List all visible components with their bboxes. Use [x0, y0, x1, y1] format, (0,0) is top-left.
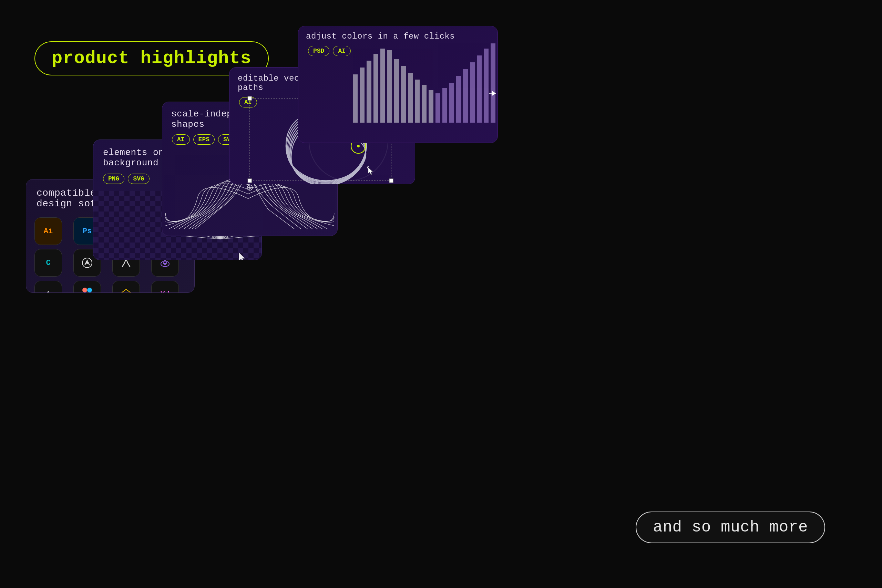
svg-rect-51 [248, 96, 252, 100]
and-more-badge: and so much more [636, 512, 825, 543]
svg-rect-63 [367, 61, 371, 123]
sketch-icon [120, 288, 133, 293]
psd-badge: PSD [308, 46, 329, 56]
xd-label: Xd [160, 290, 170, 293]
svg-rect-80 [484, 49, 489, 123]
ai-label: Ai [44, 227, 53, 236]
svg-rect-75 [449, 83, 454, 123]
svg-rect-62 [360, 68, 364, 123]
gravit-icon [42, 288, 55, 293]
svg-rect-65 [380, 49, 385, 123]
card-adjust: adjust colors in a few clicks PSD AI [298, 26, 498, 143]
svg-marker-46 [239, 253, 244, 260]
app-icon-ai: Ai [34, 218, 62, 245]
canva-label: C [46, 259, 50, 267]
svg-rect-12 [82, 292, 87, 293]
svg-point-5 [86, 262, 88, 264]
svg-rect-66 [387, 50, 392, 123]
svg-rect-70 [415, 80, 420, 123]
ps-label: Ps [82, 227, 92, 236]
badge-label: product highlights [52, 48, 252, 69]
svg-rect-77 [463, 69, 468, 123]
svg-rect-69 [408, 73, 413, 123]
svg-rect-73 [435, 93, 440, 123]
svg-rect-64 [374, 54, 378, 123]
svg-point-57 [357, 145, 360, 147]
bar-chart [346, 40, 498, 140]
svg-rect-72 [429, 90, 434, 123]
svg-badge: SVG [128, 174, 149, 184]
figma-icon [82, 288, 92, 293]
app-icon-canva: C [34, 249, 62, 277]
app-icon-xd: Xd [151, 281, 179, 293]
vectornator-icon [81, 256, 94, 269]
svg-rect-68 [401, 66, 406, 123]
svg-rect-67 [394, 59, 399, 123]
svg-rect-81 [490, 44, 495, 123]
svg-rect-54 [389, 179, 393, 183]
svg-rect-79 [477, 56, 482, 123]
cursor-icon [239, 253, 244, 260]
svg-marker-16 [124, 292, 129, 293]
png-badge: PNG [103, 174, 124, 184]
svg-rect-53 [248, 179, 252, 183]
svg-rect-76 [456, 76, 461, 123]
app-icon-gravit [34, 281, 62, 293]
svg-rect-11 [87, 288, 92, 292]
app-icon-sketch [112, 281, 140, 293]
svg-rect-74 [442, 88, 447, 123]
and-more-label: and so much more [653, 518, 808, 536]
svg-point-14 [87, 292, 92, 293]
svg-point-8 [164, 263, 166, 265]
svg-rect-61 [353, 74, 358, 123]
app-icon-figma [74, 281, 101, 293]
svg-rect-78 [470, 62, 475, 123]
svg-rect-71 [422, 85, 426, 123]
svg-rect-10 [82, 288, 87, 292]
